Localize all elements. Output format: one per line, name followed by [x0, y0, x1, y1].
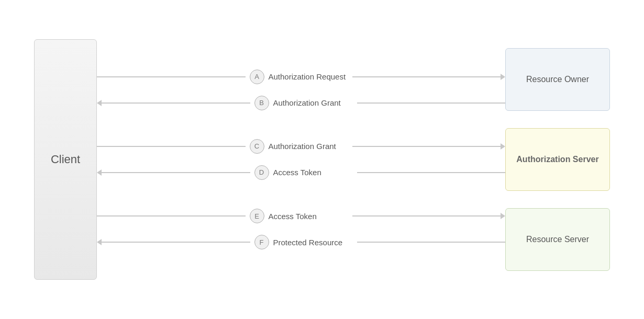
line-d-right [357, 172, 506, 173]
flow-group-3: E Access Token F Protected Resource [97, 207, 505, 252]
arrow-line-f: F Protected Resource [97, 235, 505, 249]
oauth-flow-diagram: Client A Authorization Request B [34, 13, 610, 306]
label-e: Access Token [269, 212, 352, 221]
line-b-right [357, 102, 506, 104]
arrow-line-a: A Authorization Request [97, 70, 505, 84]
line-c-left [97, 146, 246, 147]
slot-resource-owner: Resource Owner [505, 39, 610, 119]
flow-arrows: A Authorization Request B Authorization … [97, 39, 505, 280]
slot-authorization-server: Authorization Server [505, 119, 610, 199]
label-d: Access Token [273, 168, 357, 177]
resource-server-label: Resource Server [526, 235, 589, 244]
arrowhead-a [501, 74, 505, 80]
client-box: Client [34, 39, 97, 280]
row-b: B Authorization Grant [97, 94, 505, 112]
flow-group-2: C Authorization Grant D Access Token [97, 137, 505, 182]
row-f: F Protected Resource [97, 233, 505, 252]
row-d: D Access Token [97, 163, 505, 182]
resource-owner-label: Resource Owner [526, 75, 589, 84]
client-label: Client [51, 153, 80, 166]
arrow-line-e: E Access Token [97, 209, 505, 223]
line-e-right [352, 215, 501, 217]
slot-resource-server: Resource Server [505, 200, 610, 280]
authorization-server-box: Authorization Server [505, 128, 610, 191]
line-b-left [102, 102, 250, 104]
arrowhead-b [97, 100, 102, 106]
arrowhead-d [97, 169, 102, 176]
arrow-line-c: C Authorization Grant [97, 139, 505, 154]
resource-server-box: Resource Server [505, 208, 610, 271]
line-a-left [97, 76, 246, 77]
label-f: Protected Resource [273, 238, 357, 247]
server-boxes: Resource Owner Authorization Server Reso… [505, 39, 610, 280]
badge-e: E [250, 209, 264, 223]
line-f-right [357, 242, 506, 243]
arrow-line-d: D Access Token [97, 165, 505, 180]
row-c: C Authorization Grant [97, 137, 505, 156]
badge-f: F [254, 235, 269, 249]
resource-owner-box: Resource Owner [505, 48, 610, 111]
row-a: A Authorization Request [97, 67, 505, 86]
line-f-left [102, 242, 250, 243]
label-c: Authorization Grant [269, 142, 352, 151]
arrowhead-e [501, 213, 505, 219]
arrow-line-b: B Authorization Grant [97, 96, 505, 110]
line-e-left [97, 215, 246, 217]
badge-a: A [250, 70, 264, 84]
flow-group-1: A Authorization Request B Authorization … [97, 67, 505, 112]
label-a: Authorization Request [269, 72, 352, 81]
label-b: Authorization Grant [273, 98, 357, 107]
row-e: E Access Token [97, 207, 505, 225]
line-c-right [352, 146, 501, 147]
line-a-right [352, 76, 501, 77]
badge-b: B [254, 96, 269, 110]
arrowhead-c [501, 143, 505, 150]
badge-d: D [254, 165, 269, 180]
authorization-server-label: Authorization Server [516, 155, 598, 164]
arrowhead-f [97, 239, 102, 245]
badge-c: C [250, 139, 264, 154]
line-d-left [102, 172, 250, 173]
